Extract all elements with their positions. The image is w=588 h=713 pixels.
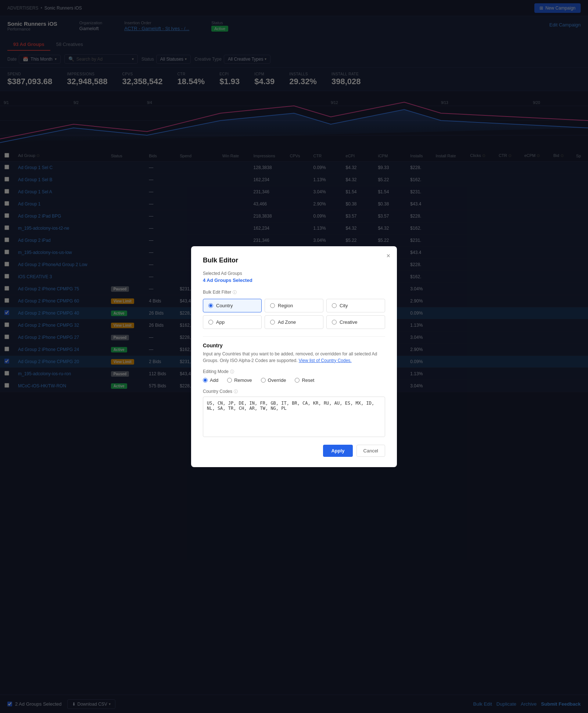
bulk-editor-modal: Bulk Editor × Selected Ad Groups 4 Ad Gr…	[191, 246, 397, 467]
bulk-edit-filter-label: Bulk Edit Filter ⓘ	[203, 290, 385, 295]
country-codes-info-icon: ⓘ	[234, 389, 238, 394]
bulk-edit-filter-info-icon: ⓘ	[233, 290, 237, 295]
editing-mode-label: Editing Mode ⓘ	[203, 369, 385, 375]
selected-ad-groups-count[interactable]: 4 Ad Groups Selected	[203, 277, 385, 283]
country-codes-textarea[interactable]	[203, 397, 385, 437]
editing-mode-options: AddRemoveOverrideReset	[203, 377, 385, 383]
filter-option-ad-zone[interactable]: Ad Zone	[265, 315, 323, 329]
modal-divider	[203, 336, 385, 337]
filter-option-creative[interactable]: Creative	[326, 315, 385, 329]
filter-radio-ad zone[interactable]	[270, 320, 275, 325]
filter-options-grid: CountryRegionCityAppAd ZoneCreative	[203, 299, 385, 329]
filter-option-region[interactable]: Region	[265, 299, 323, 312]
editing-mode-radio-remove[interactable]	[227, 378, 232, 383]
country-section: Country Input any Countries that you wan…	[203, 343, 385, 438]
editing-mode-remove[interactable]: Remove	[227, 377, 252, 383]
filter-option-country[interactable]: Country	[203, 299, 262, 312]
selected-ad-groups-label: Selected Ad Groups	[203, 271, 385, 276]
editing-mode-reset[interactable]: Reset	[295, 377, 314, 383]
editing-mode-radio-override[interactable]	[261, 378, 266, 383]
editing-mode-radio-add[interactable]	[203, 378, 208, 383]
editing-mode-override[interactable]: Override	[261, 377, 286, 383]
filter-radio-city[interactable]	[332, 303, 337, 308]
editing-mode-radio-reset[interactable]	[295, 378, 300, 383]
filter-radio-app[interactable]	[208, 320, 213, 325]
modal-title: Bulk Editor	[203, 257, 385, 264]
country-codes-link[interactable]: View list of Country Codes.	[299, 358, 352, 363]
country-codes-label: Country Codes ⓘ	[203, 389, 385, 394]
apply-button[interactable]: Apply	[323, 445, 352, 457]
filter-radio-country[interactable]	[208, 303, 213, 308]
editing-mode-info-icon: ⓘ	[230, 369, 234, 375]
modal-footer: Apply Cancel	[203, 445, 385, 457]
modal-overlay[interactable]: Bulk Editor × Selected Ad Groups 4 Ad Gr…	[0, 0, 588, 713]
country-section-title: Country	[203, 343, 385, 348]
filter-option-city[interactable]: City	[326, 299, 385, 312]
cancel-button[interactable]: Cancel	[356, 445, 385, 457]
filter-option-app[interactable]: App	[203, 315, 262, 329]
country-section-desc: Input any Countries that you want to be …	[203, 351, 385, 364]
modal-close-button[interactable]: ×	[386, 252, 390, 260]
filter-radio-region[interactable]	[270, 303, 275, 308]
editing-mode-add[interactable]: Add	[203, 377, 218, 383]
filter-radio-creative[interactable]	[332, 320, 337, 325]
